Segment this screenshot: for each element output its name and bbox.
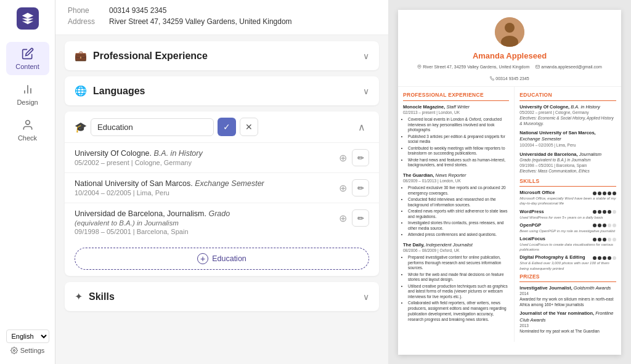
skill-5-name: Digital Photography & Editing: [519, 254, 585, 261]
sidebar-item-content[interactable]: Content: [6, 42, 49, 75]
dot: [598, 192, 601, 195]
sidebar-item-design[interactable]: Design: [6, 78, 49, 111]
plus-circle-icon: +: [197, 253, 208, 264]
edu-entry-3-edit-button[interactable]: ✏: [352, 209, 369, 227]
prof-exp-header-left: 💼 Professional Experience: [75, 50, 208, 62]
education-section: 🎓 ✓ ✕ ∧ University Of Cologne. B.A. in H…: [65, 111, 379, 276]
professional-experience-header[interactable]: 💼 Professional Experience ∨: [65, 41, 379, 70]
resume-edu-2: National University of San Marcos, Excha…: [519, 130, 616, 148]
list-item: Collaborated with field reporters, other…: [408, 301, 509, 322]
list-item: Prepared investigative content for onlin…: [408, 255, 509, 271]
edu-entry-1-move-handle[interactable]: ⊕: [339, 152, 347, 164]
list-item: Produced exclusive 30 live reports and c…: [408, 185, 509, 196]
address-label: Address: [68, 17, 102, 26]
resume-edu-1-electives: Electives: Economic & Social History, Ap…: [519, 116, 616, 127]
svg-point-8: [419, 66, 420, 67]
resume-edu-3-subdegree: Grado (equivalent to B.A.) in Journalism: [519, 158, 616, 163]
skill-2-desc: Used WordPress for over 5+ years on a da…: [519, 215, 616, 220]
edu-entry-1-date: 05/2002 – present | Cologne, Germany: [75, 159, 203, 166]
education-confirm-button[interactable]: ✓: [218, 118, 236, 136]
resume-prizes-title: Prizes: [519, 273, 616, 282]
education-entry: University Of Cologne. B.A. in History 0…: [65, 142, 379, 172]
resume-right-column: Education University Of Cologne, B.A. in…: [515, 87, 621, 342]
edu-entry-2-edit-button[interactable]: ✏: [352, 179, 369, 196]
dot: [613, 192, 616, 195]
svg-point-6: [505, 23, 515, 33]
prize-1-title: Investigative Journalist, Goldsmith Awar…: [519, 285, 616, 291]
edu-entry-2-move-handle[interactable]: ⊕: [339, 182, 347, 194]
edu-entry-1-text: University Of Cologne. B.A. in History 0…: [75, 149, 203, 166]
dot: [613, 238, 616, 241]
dot: [603, 210, 606, 214]
phone-label: Phone: [68, 6, 102, 15]
resume-location: River Street 47, 34259 Valley Gardens, U…: [417, 64, 529, 70]
sidebar-item-check[interactable]: Check: [6, 113, 49, 147]
sidebar: Content Design Check English: [0, 0, 55, 364]
education-entry: Universidad de Barcelona, Journalism. Gr…: [65, 203, 379, 241]
resume-edu-3-meta: 09/1998 – 05/2001 | Barcelona, Spain: [519, 163, 616, 169]
education-collapse-button[interactable]: ∧: [354, 120, 369, 134]
skill-5-dots: [593, 256, 616, 260]
skills-chevron-icon: ∨: [363, 292, 369, 302]
dot: [608, 238, 611, 241]
add-education-label: Education: [212, 254, 246, 263]
resume-job-1-title: Monocle Magazine, Staff Writer: [403, 104, 509, 110]
settings-link[interactable]: Settings: [10, 347, 45, 354]
skill-4-dots: [593, 238, 616, 241]
dot: [603, 238, 606, 241]
prof-exp-title: Professional Experience: [93, 51, 208, 62]
resume-prize-2: Journalist of the Year nomination, Front…: [519, 310, 616, 334]
dot: [593, 224, 596, 227]
resume-edu-1: University Of Cologne, B.A. in History 0…: [519, 104, 616, 126]
resume-skill-2: WordPress Used WordPress for over 5+ yea…: [519, 209, 616, 220]
resume-name: Amanda Appleseed: [408, 51, 611, 62]
education-header: 🎓 ✓ ✕ ∧: [65, 111, 379, 142]
resume-job-1-meta: 02/2013 – present | London, UK: [403, 110, 509, 116]
languages-header[interactable]: 🌐 Languages ∨: [65, 76, 379, 105]
resume-phone-preview: 00314 9345 2345: [490, 76, 529, 81]
skill-2-dots: [593, 210, 616, 214]
resume-prof-exp-title: Professional Experience: [403, 92, 509, 100]
resume-skills-title: Skills: [519, 178, 616, 187]
skill-5-desc: Shot & Edited over 3,000 photos with ove…: [519, 261, 616, 270]
list-item: Wrote for the web and made final decisio…: [408, 272, 509, 283]
resume-job-1: Monocle Magazine, Staff Writer 02/2013 –…: [403, 104, 509, 168]
graduation-icon: 🎓: [75, 121, 87, 133]
dot: [608, 210, 611, 214]
dot: [603, 224, 606, 227]
skills-header-left: ✦ Skills: [75, 291, 115, 302]
edu-entry-1-actions: ⊕ ✏: [339, 149, 369, 166]
education-cancel-button[interactable]: ✕: [240, 118, 258, 136]
language-select[interactable]: English: [6, 330, 49, 343]
dot: [593, 256, 596, 260]
edu-entry-1-edit-button[interactable]: ✏: [352, 149, 369, 166]
resume-skill-1: Microsoft Office Microsoft Office, espec…: [519, 190, 616, 206]
resume-skill-5: Digital Photography & Editing Shot & Edi…: [519, 254, 616, 270]
resume-job-3-title: The Daily, Independent Journalist: [403, 242, 509, 248]
skill-4-name: LocalFocus: [519, 236, 545, 242]
skills-header[interactable]: ✦ Skills ∨: [65, 282, 379, 311]
sidebar-check-label: Check: [18, 134, 37, 142]
app-logo: [17, 7, 39, 30]
dot: [598, 224, 601, 227]
dot: [613, 256, 616, 260]
edit-icon: [21, 47, 35, 60]
resume-job-2-meta: 08/2009 – 01/2013 | London, UK: [403, 179, 509, 184]
prize-2-desc: Nominated for my past work at The Guardi…: [519, 329, 616, 334]
list-item: Utilised creative production techniques …: [408, 284, 509, 300]
dot: [598, 238, 601, 241]
education-title-input[interactable]: [91, 118, 214, 136]
add-education-button[interactable]: + Education: [75, 248, 369, 270]
phone-value: 00314 9345 2345: [109, 6, 166, 15]
tool-icon: ✦: [75, 291, 83, 302]
edu-entry-3-move-handle[interactable]: ⊕: [339, 212, 347, 224]
edu-entry-2-date: 10/2004 – 02/2005 | Lima, Peru: [75, 189, 264, 196]
skill-1-name: Microsoft Office: [519, 190, 555, 196]
person-check-icon: [21, 118, 35, 132]
resume-body: Professional Experience Monocle Magazine…: [398, 87, 621, 342]
resume-skill-3: OpenPGP Been using OpenPGP in my role as…: [519, 222, 616, 233]
resume-edu-3: Universidad de Barcelona, Journalism Gra…: [519, 152, 616, 174]
dot: [593, 210, 596, 214]
resume-email: amanda.appleseed@gmail.com: [535, 64, 602, 70]
edu-entry-3-text: Universidad de Barcelona, Journalism. Gr…: [75, 209, 230, 235]
